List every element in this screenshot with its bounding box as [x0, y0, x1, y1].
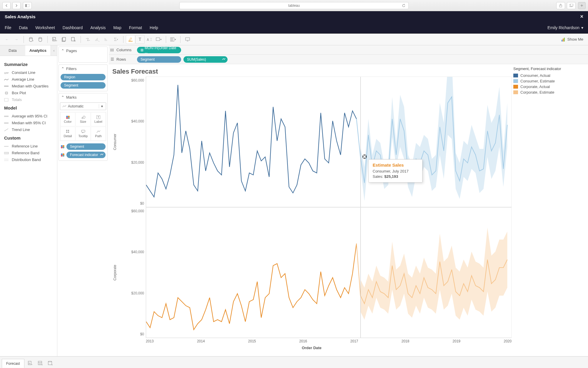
rows-pill-segment[interactable]: Segment — [137, 56, 181, 63]
clear-button[interactable] — [69, 35, 78, 44]
menu-dashboard[interactable]: Dashboard — [63, 25, 83, 30]
new-datasource-button[interactable]: + — [26, 35, 36, 44]
share-button[interactable] — [556, 2, 565, 9]
legend-item[interactable]: Consumer, Actual — [513, 73, 584, 78]
menu-map[interactable]: Map — [113, 25, 121, 30]
pages-shelf[interactable]: ⌃Pages — [59, 47, 108, 63]
menu-analysis[interactable]: Analysis — [90, 25, 106, 30]
duplicate-button[interactable] — [59, 35, 69, 44]
caret-down-icon: ▾ — [99, 104, 105, 108]
format-button[interactable] — [145, 35, 154, 44]
analytics-ref-band[interactable]: Reference Band — [4, 150, 53, 156]
x-axis-title: Order Date — [302, 346, 321, 350]
filter-pill-segment[interactable]: Segment — [61, 82, 106, 89]
analytics-totals: Totals — [4, 96, 53, 103]
analytics-dist-band[interactable]: Distribution Band — [4, 156, 53, 163]
marks-card: ⌃Marks Automatic ▾ Color Size TLabel Det… — [59, 93, 108, 161]
label-button[interactable]: T — [135, 35, 145, 44]
user-menu[interactable]: Emily Richardson▾ — [547, 25, 583, 30]
sort-desc-button[interactable] — [102, 35, 111, 44]
columns-shelf[interactable]: Columns ⊞MONTH(Order Date ... — [109, 45, 588, 55]
new-worksheet-button[interactable]: + — [26, 359, 34, 367]
new-tab-button[interactable]: + — [578, 2, 586, 9]
close-icon[interactable]: × — [580, 14, 583, 20]
mark-path[interactable]: Path — [91, 127, 106, 141]
show-me-button[interactable]: Show Me — [562, 37, 583, 42]
plot-consumer[interactable]: Estimate Sales Consumer, July 2017 Sales… — [146, 77, 512, 207]
ref-line-icon — [4, 144, 9, 148]
path-icon — [96, 130, 101, 133]
presentation-button[interactable] — [183, 35, 192, 44]
tooltip-icon — [81, 130, 85, 133]
mark-detail[interactable]: Detail — [60, 127, 75, 141]
menu-help[interactable]: Help — [150, 25, 158, 30]
pages-label: Pages — [66, 49, 77, 53]
analytics-median-quartiles[interactable]: Median with Quartiles — [4, 83, 53, 89]
legend-item[interactable]: Consumer, Estimate — [513, 78, 584, 84]
pause-autoupdate-button[interactable] — [36, 35, 45, 44]
menu-worksheet[interactable]: Worksheet — [35, 25, 55, 30]
back-button[interactable] — [2, 2, 11, 9]
menu-data[interactable]: Data — [19, 25, 28, 30]
analytics-average-line[interactable]: Average Line — [4, 76, 53, 83]
svg-rect-50 — [113, 49, 113, 52]
mark-type-select[interactable]: Automatic ▾ — [60, 102, 106, 110]
new-sheet-button[interactable]: + — [50, 35, 59, 44]
fit-button[interactable]: ▾ — [154, 35, 163, 44]
rows-icon — [111, 58, 114, 61]
address-bar[interactable]: tableau — [179, 2, 409, 9]
columns-pill-month[interactable]: ⊞MONTH(Order Date ... — [137, 47, 181, 53]
totals-button[interactable]: Σ▾ — [111, 35, 121, 44]
y-axis-consumer: $60,000$40,000$20,000$0 — [125, 77, 146, 207]
sidebar-toggle-button[interactable] — [23, 2, 32, 9]
caret-icon: ⌃ — [61, 49, 64, 53]
rows-pill-sales[interactable]: SUM(Sales) — [183, 56, 228, 63]
highlight-button[interactable] — [126, 35, 135, 44]
svg-rect-38 — [68, 132, 69, 133]
plot-corporate[interactable] — [146, 207, 512, 338]
filters-shelf[interactable]: ⌃Filters Region Segment — [59, 64, 108, 91]
mark-pill-segment[interactable]: Segment — [66, 143, 106, 150]
new-story-button[interactable]: + — [46, 359, 54, 367]
window-title-bar: Sales Analysis × — [0, 11, 588, 22]
redo-button[interactable]: → — [12, 35, 21, 44]
analytics-box-plot[interactable]: Box Plot — [4, 89, 53, 96]
filter-pill-region[interactable]: Region — [61, 74, 106, 80]
mark-label[interactable]: TLabel — [91, 112, 106, 126]
summarize-header: Summarize — [4, 62, 53, 67]
tab-data[interactable]: Data — [0, 45, 25, 56]
mark-size[interactable]: Size — [76, 112, 91, 126]
legend-item[interactable]: Corporate, Actual — [513, 84, 584, 89]
mark-pill-forecast[interactable]: Forecast indicator — [66, 152, 106, 158]
legend-item[interactable]: Corporate, Estimate — [513, 89, 584, 95]
columns-icon — [111, 48, 114, 52]
mark-tooltip[interactable]: Tooltip — [76, 127, 91, 141]
cards-button[interactable]: ▾ — [168, 35, 178, 44]
analytics-avg-ci[interactable]: Average with 95% CI — [4, 113, 53, 120]
analytics-ref-line[interactable]: Reference Line — [4, 143, 53, 150]
median-ci-icon — [4, 121, 9, 125]
svg-text:▾: ▾ — [160, 38, 162, 41]
undo-button[interactable]: ← — [2, 35, 12, 44]
forward-button[interactable] — [12, 2, 21, 9]
analytics-constant-line[interactable]: Constant Line — [4, 69, 53, 76]
mark-color[interactable]: Color — [60, 112, 75, 126]
constant-line-icon — [4, 71, 9, 75]
tab-analytics[interactable]: Analytics — [25, 45, 51, 56]
rows-shelf[interactable]: Rows Segment SUM(Sales) — [109, 55, 588, 64]
analytics-trend-line[interactable]: Trend Line — [4, 126, 53, 133]
svg-rect-19 — [563, 39, 564, 42]
menu-format[interactable]: Format — [129, 25, 142, 30]
swap-button[interactable] — [83, 35, 93, 44]
sort-asc-button[interactable] — [93, 35, 102, 44]
show-me-label: Show Me — [567, 37, 583, 42]
marks-label: Marks — [66, 95, 76, 100]
svg-text:+: + — [56, 39, 57, 42]
collapse-left-button[interactable]: ‹ — [51, 45, 57, 56]
analytics-median-ci[interactable]: Median with 95% CI — [4, 120, 53, 126]
tabs-button[interactable] — [567, 2, 576, 9]
new-dashboard-button[interactable]: + — [36, 359, 44, 367]
menu-file[interactable]: File — [5, 25, 11, 30]
sheet-tab-forecast[interactable]: Forecast — [2, 359, 24, 368]
reload-icon[interactable] — [401, 3, 406, 8]
